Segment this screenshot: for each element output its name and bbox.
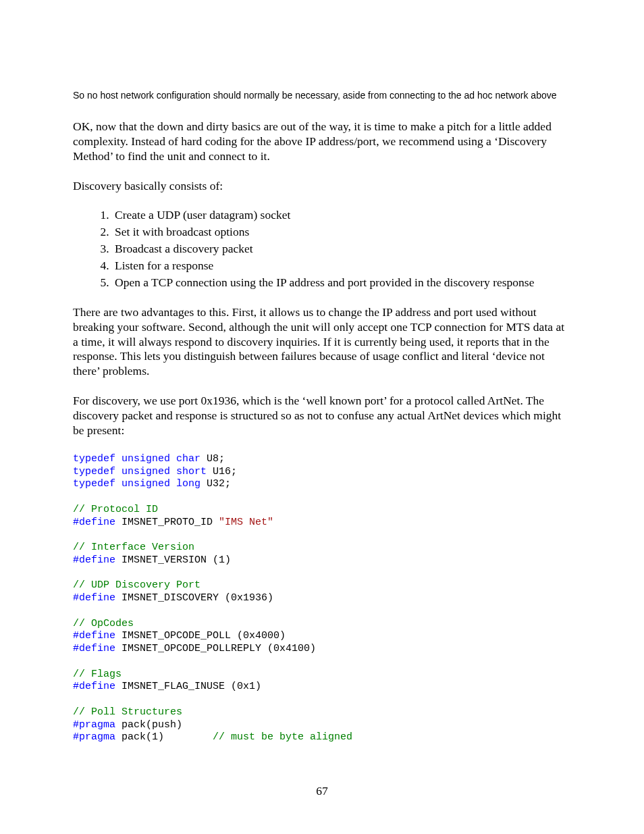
code-text: IMSNET_FLAG_INUSE (0x1) bbox=[115, 681, 261, 692]
code-text bbox=[170, 466, 176, 477]
preproc: #pragma bbox=[73, 719, 115, 731]
artnet-paragraph: For discovery, we use port 0x1936, which… bbox=[73, 394, 571, 438]
config-note: So no host network configuration should … bbox=[73, 89, 571, 102]
intro-paragraph: OK, now that the down and dirty basics a… bbox=[73, 120, 571, 164]
code-text bbox=[115, 453, 122, 465]
code-text: pack(push) bbox=[115, 719, 182, 731]
code-text: U16; bbox=[207, 466, 237, 477]
code-text: pack(1) bbox=[115, 731, 213, 743]
preproc: #define bbox=[73, 630, 115, 642]
comment: // must be byte aligned bbox=[213, 731, 352, 743]
code-text bbox=[170, 453, 176, 465]
code-block: typedef unsigned char U8; typedef unsign… bbox=[73, 453, 571, 744]
advantages-paragraph: There are two advantages to this. First,… bbox=[73, 305, 571, 379]
code-text bbox=[170, 478, 176, 490]
keyword: typedef bbox=[73, 466, 115, 477]
code-text: IMSNET_OPCODE_POLLREPLY (0x4100) bbox=[115, 643, 316, 654]
keyword: unsigned bbox=[122, 466, 170, 477]
discovery-intro: Discovery basically consists of: bbox=[73, 179, 571, 194]
code-text bbox=[115, 478, 122, 490]
comment: // Flags bbox=[73, 669, 122, 680]
keyword: unsigned bbox=[122, 478, 170, 490]
step-item: Broadcast a discovery packet bbox=[112, 242, 571, 257]
keyword: typedef bbox=[73, 453, 115, 465]
code-text bbox=[115, 466, 122, 477]
discovery-steps-list: Create a UDP (user datagram) socket Set … bbox=[73, 208, 571, 290]
comment: // Poll Structures bbox=[73, 706, 182, 718]
string-literal: "IMS Net" bbox=[219, 517, 273, 528]
step-item: Listen for a response bbox=[112, 259, 571, 273]
keyword: typedef bbox=[73, 478, 115, 490]
preproc: #pragma bbox=[73, 731, 115, 743]
code-text: IMSNET_PROTO_ID bbox=[115, 517, 219, 528]
document-page: So no host network configuration should … bbox=[0, 0, 644, 834]
comment: // Interface Version bbox=[73, 542, 194, 553]
comment: // Protocol ID bbox=[73, 504, 158, 515]
code-text: IMSNET_DISCOVERY (0x1936) bbox=[115, 592, 273, 604]
preproc: #define bbox=[73, 554, 115, 566]
keyword: char bbox=[176, 453, 200, 465]
keyword: short bbox=[176, 466, 207, 477]
preproc: #define bbox=[73, 517, 115, 528]
preproc: #define bbox=[73, 643, 115, 654]
keyword: unsigned bbox=[122, 453, 170, 465]
step-item: Create a UDP (user datagram) socket bbox=[112, 208, 571, 223]
code-text: U8; bbox=[200, 453, 225, 465]
keyword: long bbox=[176, 478, 200, 490]
preproc: #define bbox=[73, 681, 115, 692]
comment: // UDP Discovery Port bbox=[73, 579, 200, 591]
code-text: IMSNET_OPCODE_POLL (0x4000) bbox=[115, 630, 286, 642]
comment: // OpCodes bbox=[73, 618, 134, 629]
step-item: Set it with broadcast options bbox=[112, 225, 571, 240]
step-item: Open a TCP connection using the IP addre… bbox=[112, 276, 571, 290]
page-number: 67 bbox=[0, 784, 644, 799]
preproc: #define bbox=[73, 592, 115, 604]
code-text: U32; bbox=[200, 478, 231, 490]
code-text: IMSNET_VERSION (1) bbox=[115, 554, 231, 566]
